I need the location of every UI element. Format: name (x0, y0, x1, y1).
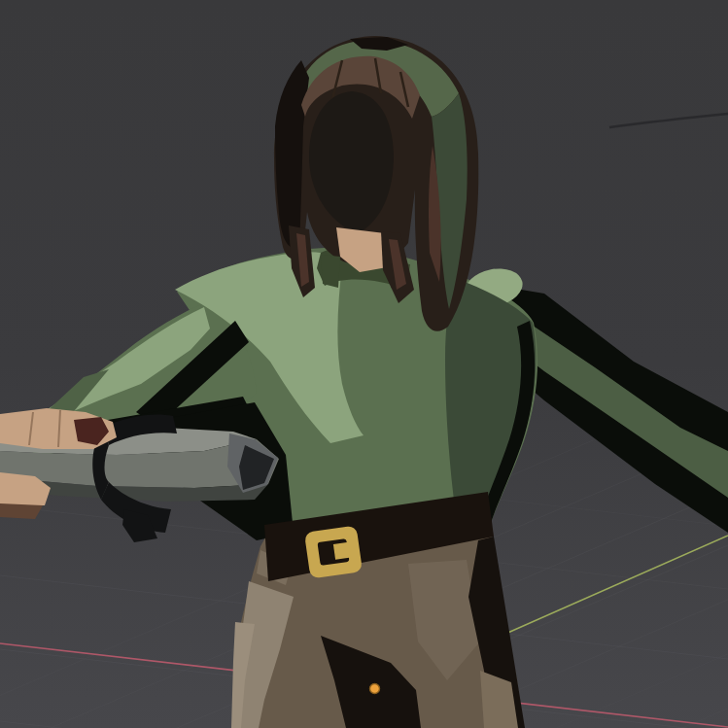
viewport-3d[interactable] (0, 0, 728, 728)
viewport-canvas[interactable] (0, 0, 728, 728)
origin-marker (370, 684, 380, 694)
neck-shade-left (321, 255, 340, 288)
buckle-prong (333, 542, 351, 560)
belt-buckle (304, 525, 363, 578)
